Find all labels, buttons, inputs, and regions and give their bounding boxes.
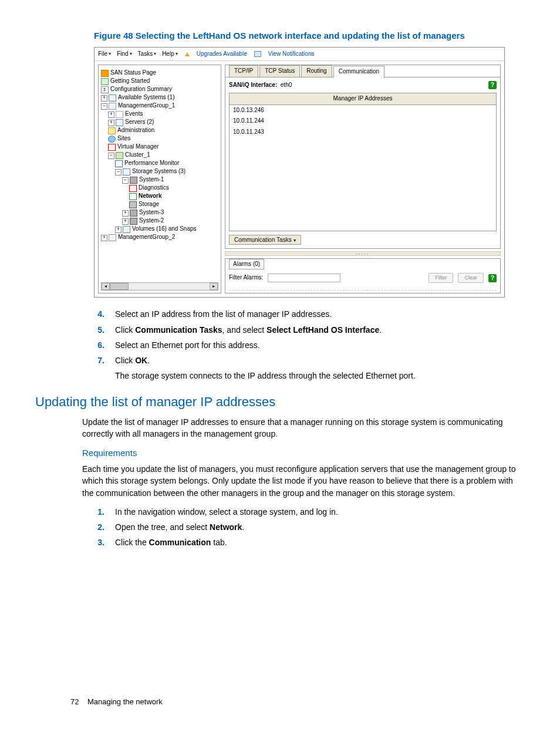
step-followup: The storage system connects to the IP ad… (115, 370, 525, 382)
expand-icon[interactable]: + (108, 112, 114, 118)
help-icon[interactable]: ? (488, 274, 497, 282)
expand-icon[interactable]: + (122, 218, 129, 225)
filter-button[interactable]: Filter (429, 273, 453, 283)
interface-value: eth0 (281, 82, 292, 88)
doc-icon (101, 78, 109, 85)
footer-title: Managing the network (87, 697, 163, 706)
sub-heading: Requirements (82, 447, 525, 460)
box-icon (109, 94, 116, 102)
step-text: Select an IP address from the list of ma… (115, 308, 525, 320)
app-screenshot: File▾ Find▾ Tasks▾ Help▾ Upgrades Availa… (94, 47, 505, 298)
menu-find[interactable]: Find▾ (117, 50, 131, 59)
system-icon (130, 210, 137, 217)
collapse-icon[interactable]: − (108, 153, 114, 159)
perf-icon (115, 160, 123, 167)
step-text: In the navigation window, select a stora… (115, 506, 525, 518)
sites-icon (108, 136, 116, 143)
expand-icon[interactable]: + (101, 95, 107, 102)
step-text: Open the tree, and select Network. (115, 521, 525, 533)
menu-file[interactable]: File▾ (98, 50, 111, 59)
expand-icon[interactable]: + (101, 235, 107, 241)
servers-icon (116, 119, 123, 126)
expand-icon[interactable]: + (115, 227, 122, 233)
step-number: 3. (94, 536, 104, 548)
figure-caption: Figure 48 Selecting the LeftHand OS netw… (35, 29, 525, 42)
step-number: 1. (94, 506, 104, 518)
system-icon (130, 177, 137, 184)
box-icon (123, 168, 130, 175)
page-footer: 72 Managing the network (70, 697, 163, 708)
tab-tcpip[interactable]: TCP/IP (229, 65, 258, 77)
ordered-steps-2: 1.In the navigation window, select a sto… (94, 506, 525, 549)
help-icon[interactable]: ? (488, 81, 497, 89)
group-icon (109, 103, 116, 110)
expand-icon[interactable]: + (122, 210, 129, 217)
cluster-icon (116, 152, 123, 159)
collapse-icon[interactable]: − (101, 103, 107, 110)
menu-tasks[interactable]: Tasks▾ (138, 50, 157, 59)
expand-icon[interactable]: + (108, 120, 114, 126)
paragraph: Each time you update the list of manager… (82, 463, 525, 499)
main-panel: TCP/IP TCP Status Routing Communication … (225, 65, 501, 248)
upgrades-link[interactable]: Upgrades Available (197, 50, 247, 59)
home-icon (101, 70, 109, 77)
page-number: 72 (70, 697, 79, 706)
step-number: 5. (94, 324, 104, 336)
step-number: 4. (94, 308, 104, 320)
step-text: Click the Communication tab. (115, 536, 525, 548)
table-row[interactable]: 10.0.11.244 (230, 116, 496, 127)
menu-help[interactable]: Help▾ (162, 50, 178, 59)
storage-icon (129, 201, 137, 208)
network-icon (129, 193, 137, 200)
paragraph: Update the list of manager IP addresses … (82, 416, 525, 440)
tab-communication[interactable]: Communication (333, 66, 384, 77)
step-number: 2. (94, 521, 104, 533)
events-icon (116, 111, 123, 118)
group-icon (109, 234, 116, 241)
step-number: 7. (94, 355, 104, 366)
scroll-left-icon[interactable]: ◂ (102, 283, 110, 290)
menu-bar: File▾ Find▾ Tasks▾ Help▾ Upgrades Availa… (95, 48, 504, 62)
system-icon (130, 218, 137, 225)
pane-splitter[interactable] (225, 251, 501, 256)
diag-icon (129, 185, 137, 192)
table-row[interactable]: 10.0.11.243 (230, 127, 496, 138)
step-text: Click OK. (115, 355, 525, 366)
notification-icon (254, 51, 261, 57)
scroll-thumb[interactable] (110, 283, 129, 290)
step-text: Select an Ethernet port for this address… (115, 339, 525, 351)
alarms-panel: Alarms (0) Filter Alarms: Filter Clear ? (225, 258, 501, 294)
ip-table[interactable]: Manager IP Addresses 10.0.13.246 10.0.11… (229, 93, 497, 231)
notifications-link[interactable]: View Notifications (268, 50, 315, 59)
admin-icon (108, 127, 116, 134)
interface-label: SAN/iQ Interface: (229, 82, 277, 88)
table-row[interactable]: 10.0.13.246 (230, 105, 496, 116)
clear-button[interactable]: Clear (458, 273, 484, 283)
tab-routing[interactable]: Routing (301, 65, 332, 77)
collapse-icon[interactable]: − (115, 169, 122, 175)
step-text: Click Communication Tasks, and select Se… (115, 324, 525, 336)
vm-icon (108, 144, 116, 151)
filter-alarms-input[interactable] (268, 274, 340, 282)
alarms-tab[interactable]: Alarms (0) (229, 259, 264, 270)
ip-table-header: Manager IP Addresses (230, 93, 496, 105)
sigma-icon: Σ (101, 86, 109, 93)
navigation-tree[interactable]: SAN Status Page Getting Started ΣConfigu… (98, 65, 221, 293)
upgrade-icon (185, 52, 190, 56)
scroll-right-icon[interactable]: ▸ (210, 283, 218, 290)
section-heading: Updating the list of manager IP addresse… (35, 393, 525, 411)
communication-tasks-button[interactable]: Communication Tasks▾ (229, 235, 301, 245)
step-number: 6. (94, 339, 104, 351)
horizontal-scrollbar[interactable]: ◂ ▸ (101, 282, 218, 291)
filter-alarms-label: Filter Alarms: (229, 274, 263, 282)
collapse-icon[interactable]: − (122, 177, 129, 184)
volumes-icon (123, 226, 130, 233)
ordered-steps-1: 4.Select an IP address from the list of … (94, 308, 525, 382)
tab-tcp-status[interactable]: TCP Status (259, 65, 300, 77)
